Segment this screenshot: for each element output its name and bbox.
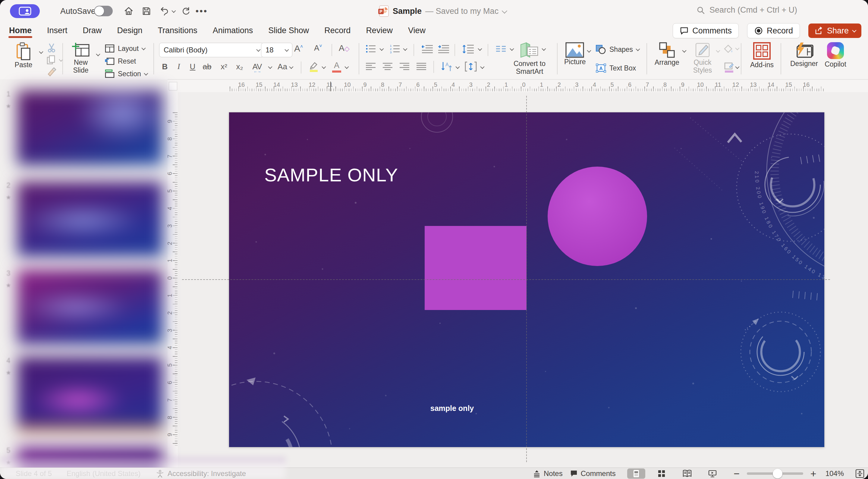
slide-circle-shape[interactable] (548, 167, 647, 266)
save-icon[interactable] (141, 5, 152, 17)
slide-thumbnail-4[interactable] (17, 357, 163, 432)
horizontal-ruler[interactable]: 1615141312111098765432101234567891011121… (178, 81, 868, 92)
slide-thumbnail-2[interactable] (17, 181, 163, 257)
arrange-menu-chevron[interactable] (682, 49, 686, 53)
slide-thumbnail-panel[interactable]: 1★2★3★4★5★ (0, 79, 167, 468)
subscript-button[interactable]: x₂ (234, 62, 245, 71)
slide-title-text[interactable]: SAMPLE ONLY (264, 164, 398, 186)
shape-outline-button[interactable] (724, 62, 734, 73)
slide-rectangle-shape[interactable] (425, 226, 527, 310)
horizontal-guide[interactable] (182, 279, 830, 280)
add-ins-button[interactable]: Add-ins (747, 42, 776, 69)
tab-insert[interactable]: Insert (46, 26, 68, 35)
slide-caption-text[interactable]: sample only (428, 404, 476, 413)
tab-design[interactable]: Design (117, 26, 143, 35)
smartart-button[interactable] (520, 42, 539, 58)
fit-slide-button[interactable] (855, 469, 864, 478)
bullets-menu-chevron[interactable] (379, 47, 384, 51)
tab-slide-show[interactable]: Slide Show (268, 26, 310, 35)
picture-menu-chevron[interactable] (587, 49, 591, 53)
font-color-button[interactable]: A (332, 61, 341, 73)
language-status[interactable]: English (United States) (67, 469, 141, 478)
font-color-menu-chevron[interactable] (344, 65, 349, 69)
align-right-button[interactable] (399, 62, 410, 71)
paste-button[interactable]: Paste (10, 42, 37, 69)
document-title[interactable]: P Sample — Saved to my Mac (378, 5, 506, 17)
shape-outline-menu-chevron[interactable] (735, 65, 739, 69)
highlight-menu-chevron[interactable] (321, 65, 326, 69)
align-text-button[interactable] (465, 61, 477, 72)
quick-styles-button[interactable]: Quick Styles (690, 42, 715, 74)
font-name-select[interactable]: Calibri (Body) (159, 43, 264, 57)
bold-button[interactable]: B (159, 62, 170, 71)
section-button[interactable]: Section (104, 69, 147, 78)
increase-indent-button[interactable] (438, 44, 450, 54)
tab-review[interactable]: Review (365, 26, 393, 35)
zoom-slider-knob[interactable] (773, 469, 782, 478)
columns-menu-chevron[interactable] (510, 47, 514, 51)
change-case-button[interactable]: Aa (277, 62, 288, 71)
align-left-button[interactable] (365, 62, 376, 71)
comments-button[interactable]: Comments (673, 23, 739, 38)
new-slide-button[interactable]: New Slide (68, 42, 94, 74)
strikethrough-button[interactable]: ab (201, 62, 213, 71)
line-spacing-button[interactable] (462, 44, 475, 54)
smartart-menu-chevron[interactable] (541, 47, 546, 51)
undo-icon[interactable] (158, 5, 169, 17)
autosave-toggle[interactable] (94, 6, 113, 16)
slide-canvas[interactable]: 210 200 190 180 170 160 150 140 130 120 (178, 92, 868, 468)
search-field[interactable]: Search (Cmd + Ctrl + U) (696, 5, 797, 15)
reading-view-button[interactable] (678, 469, 696, 479)
vertical-guide[interactable] (526, 96, 527, 462)
highlight-color-button[interactable] (309, 61, 319, 72)
copy-button[interactable] (46, 55, 57, 66)
zoom-out-button[interactable]: − (734, 468, 740, 479)
more-commands-icon[interactable]: ••• (196, 5, 207, 17)
text-box-button[interactable]: A Text Box (595, 63, 636, 73)
numbering-button[interactable]: 123 (390, 44, 401, 54)
normal-view-button[interactable] (627, 469, 645, 479)
slide-thumbnail-3[interactable] (17, 269, 163, 345)
undo-menu-chevron[interactable] (170, 5, 177, 17)
tab-view[interactable]: View (407, 26, 426, 35)
reset-button[interactable]: Reset (104, 57, 136, 66)
slide-sorter-view-button[interactable] (652, 469, 671, 479)
columns-button[interactable] (495, 45, 506, 53)
line-spacing-menu-chevron[interactable] (478, 47, 482, 51)
shrink-font-button[interactable]: A˅ (314, 43, 322, 53)
underline-button[interactable]: U (187, 62, 198, 71)
tab-animations[interactable]: Animations (212, 26, 254, 35)
font-size-select[interactable]: 18 (261, 43, 292, 57)
clear-formatting-button[interactable]: A◇ (339, 43, 350, 53)
spacing-menu-chevron[interactable] (268, 65, 272, 69)
tab-home[interactable]: Home (8, 26, 32, 35)
notes-button[interactable]: Notes (533, 469, 563, 478)
grow-font-button[interactable]: A˄ (294, 43, 303, 54)
zoom-slider[interactable] (747, 472, 803, 475)
tab-transitions[interactable]: Transitions (157, 26, 198, 35)
record-button[interactable]: Record (747, 23, 800, 38)
zoom-in-button[interactable]: + (810, 468, 816, 479)
layout-button[interactable]: Layout (104, 44, 145, 53)
tab-draw[interactable]: Draw (82, 26, 102, 35)
decrease-indent-button[interactable] (421, 44, 434, 54)
arrange-button[interactable]: Arrange (653, 42, 681, 66)
superscript-button[interactable]: x² (218, 62, 230, 71)
presenter-view-button[interactable] (10, 4, 40, 18)
italic-button[interactable]: I (173, 62, 184, 71)
zoom-level[interactable]: 104% (826, 469, 844, 478)
bullets-button[interactable] (365, 44, 377, 54)
redo-icon[interactable] (180, 5, 192, 17)
slide-thumbnail-1[interactable] (17, 90, 163, 165)
align-text-menu-chevron[interactable] (480, 65, 484, 69)
case-menu-chevron[interactable] (289, 65, 293, 69)
character-spacing-button[interactable]: AV←→ (251, 62, 263, 73)
accessibility-status[interactable]: Accessibility: Investigate (167, 469, 246, 478)
cut-button[interactable] (46, 43, 57, 53)
justify-button[interactable] (416, 62, 427, 71)
share-button[interactable]: Share (808, 24, 861, 38)
tab-stop-selector[interactable] (169, 82, 177, 90)
tab-record[interactable]: Record (324, 26, 351, 35)
designer-button[interactable]: Designer (786, 42, 822, 67)
new-slide-menu-chevron[interactable] (96, 52, 100, 56)
